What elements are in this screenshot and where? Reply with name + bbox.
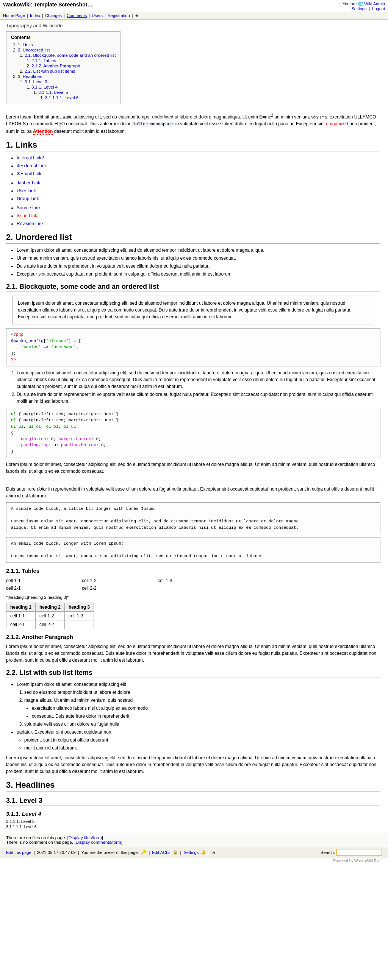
edit-this-page-link[interactable]: Edit this page [6,850,32,855]
internal-link[interactable]: Internal Link? [17,155,44,161]
footer-no-comments-text: There is no comment on this page. [Displ… [6,840,382,845]
search-input[interactable] [337,849,382,856]
jabber-link[interactable]: Jabber Link [17,180,40,186]
sublist-circle-item-2: mollit anim id est laborum. [24,745,380,751]
external-link[interactable]: ⊕External Link [17,163,46,169]
nav-comments[interactable]: Comments [67,13,87,18]
nav: Home Page | Index | Changes | Comments |… [0,12,388,20]
toc-link-headlines[interactable]: 3. Headlines [18,74,42,79]
toc-link-another-para[interactable]: 2.1.2. Another Paragraph [32,64,80,68]
nav-sep4: | [89,13,90,18]
toc-item-another-para: 2.1.2. Another Paragraph [32,64,116,68]
links-list-3: Source Link Issue Link Revision Link [6,204,380,227]
settings-link-footer[interactable]: Settings [184,850,198,855]
sublist-ol-item-3: voluptate velit esse cillum dolore eu fu… [24,721,380,727]
section-heading-headlines: 3. Headlines [6,780,380,792]
ordered-item-1: Lorem ipsum dolor sit amet, consectetur … [17,369,380,390]
wiki-admin-link[interactable]: 🌐 Wiki Admin [358,2,385,6]
ordered-list: Lorem ipsum dolor sit amet, consectetur … [6,369,380,405]
footer-powered: Powered by WackoWiki R4.1 [0,858,388,864]
settings-link[interactable]: Settings [351,6,367,11]
table-cell: cell 1-2 [36,611,65,620]
link-item-group: Group Link [17,195,380,202]
sublist-ol-1: sed do eiusmod tempor incididunt ut labo… [17,689,380,727]
italic-text: italic [63,114,72,119]
footer-owner-text: You are the owner of this page. [81,850,139,855]
toc-link-level6[interactable]: 3.1.1.1.1. Level 6 [45,95,78,100]
sublist-item-2: pariatur. Excepteur sint occaecat cupida… [17,729,380,751]
unordered-item-4: Excepteur sint occaecat cupidatat non pr… [17,270,380,277]
page-title: Typography and Wikicode [6,23,380,29]
group-link[interactable]: Group Link [17,196,39,201]
display-files-link[interactable]: Display files/form [69,835,102,840]
table-cell: cell 1-3 [65,611,94,620]
toc-item-sublist: 2.2. List with sub list items [25,69,116,73]
toc-link-level5[interactable]: 3.1.1.1. Level 5 [38,90,68,95]
striked-text: striked [220,121,233,126]
table-row: cell 1-1 cell 1-2 cell 1-3 [6,611,94,620]
link-item-jabber: Jabber Link [17,180,380,186]
contents-box: Contents 1. Links 2. Unordered list 2.1.… [6,32,120,104]
intro-paragraph: Lorem Ipsum bold sit amet, italic adipis… [6,113,380,135]
superscript-2: 2 [271,113,273,117]
footer-print-icon: 🖨 [212,850,216,855]
powered-text: Powered by WackoWiki R4.1 [333,859,382,863]
header: WackoWiki: Template Screenshot… You are … [0,0,388,12]
table-with-headers: heading 1 heading 2 heading 3 cell 1-1 c… [6,603,94,629]
horizontal-rule-1 [6,480,380,480]
footer-owner-icon: 🔑 [141,850,146,855]
nav-sep3: | [64,13,65,18]
edit-acls-link[interactable]: Edit ACLs [152,850,170,855]
simple-code-block: A simple code block, a little bit longer… [6,502,380,534]
nav-home[interactable]: Home Page [3,13,25,18]
sublist-ul-item-2: consequat. Duis aute irure dolor in repr… [32,713,380,719]
sublist-circle-1: proident, sunt in culpa qui officia dese… [17,737,380,751]
table-cell: cell 1-2 [82,577,158,584]
table-no-border: cell 1-1 cell 1-2 cell 1-3 cell 2-1 cell… [6,577,233,592]
toc-link-sublist[interactable]: 2.2. List with sub list items [25,69,75,73]
nav-users[interactable]: Users [92,13,103,18]
table-header-row: heading 1 heading 2 heading 3 [6,603,94,611]
toc-item-level4: 3.1.1. Level 4 3.1.1.1. Level 5 3.1.1.1.… [32,85,116,100]
link-item-internal: Internal Link? [17,154,380,161]
nav-registration[interactable]: Registration [108,13,130,18]
user-link[interactable]: User Link [17,188,36,193]
toc-item-level3: 3.1. Level 3 3.1.1. Level 4 3.1.1.1. Lev… [25,80,116,100]
section-heading-links: 1. Links [6,140,380,151]
revision-link[interactable]: Revision Link [17,221,43,226]
email-link[interactable]: ✉Email Link [17,171,41,177]
main-content: Typography and Wikicode Contents 1. Link… [0,20,386,833]
toc-link-level4[interactable]: 3.1.1. Level 4 [32,85,57,89]
table-row: cell 2-1 cell 2-2 [6,620,94,629]
nav-index[interactable]: Index [30,13,40,18]
toc-link-unordered[interactable]: 2. Unordered list [18,48,49,52]
table-row: cell 1-1 cell 1-2 cell 1-3 [6,577,233,584]
footer-settings-icon: 🔔 [201,850,206,855]
sublist-ol-item-1: sed do eiusmod tempor incididunt ut labo… [24,689,380,696]
logout-link[interactable]: Logout [372,6,385,11]
sublist-ol-item-2: magna aliqua. Ut enim ad minim veniam, q… [24,697,380,719]
table-cell: cell 2-1 [6,584,82,592]
toc-link-level3[interactable]: 3.1. Level 3 [25,80,47,84]
toc-link-links[interactable]: 1. Links [18,42,33,47]
source-link[interactable]: Source Link [17,205,40,210]
nav-changes[interactable]: Changes [45,13,62,18]
link-item-source: Source Link [17,204,380,211]
sublist-ul-1: exercitation ullamco laboris nisi ut ali… [24,705,380,719]
table-cell: cell 2-2 [82,584,158,592]
css-code-block: ul { margin-left: 3em; margin-right: 3em… [6,408,380,458]
footer-acl-icon: 🔒 [173,850,178,855]
table-header-cell: heading 2 [36,603,65,611]
section-heading-tables: 2.1.1. Tables [6,567,380,574]
toc-link-tables[interactable]: 2.1.1. Tables [32,58,56,63]
blockquote-para2: Duis aute irure dolor in reprehenderit i… [6,486,380,499]
toc-item-level5: 3.1.1.1. Level 5 3.1.1.1.1. Level 6 [38,90,116,100]
level5-text: 3.1.1.1. Level 5 [6,819,380,824]
footer-no-files-text: There are no files on this page. [Displa… [6,835,382,840]
sublist-circle-item-1: proident, sunt in culpa qui officia dese… [24,737,380,743]
underlined-text: underlined [152,114,174,119]
table-markup-hint: *|heading 1|heading 2|heading 3|* [6,595,380,600]
display-comments-link[interactable]: Display comments/form [75,840,121,845]
issue-link[interactable]: Issue Link [17,213,37,218]
toc-link-blockquote[interactable]: 2.1. Blockquote, some code and an ordere… [25,53,116,57]
